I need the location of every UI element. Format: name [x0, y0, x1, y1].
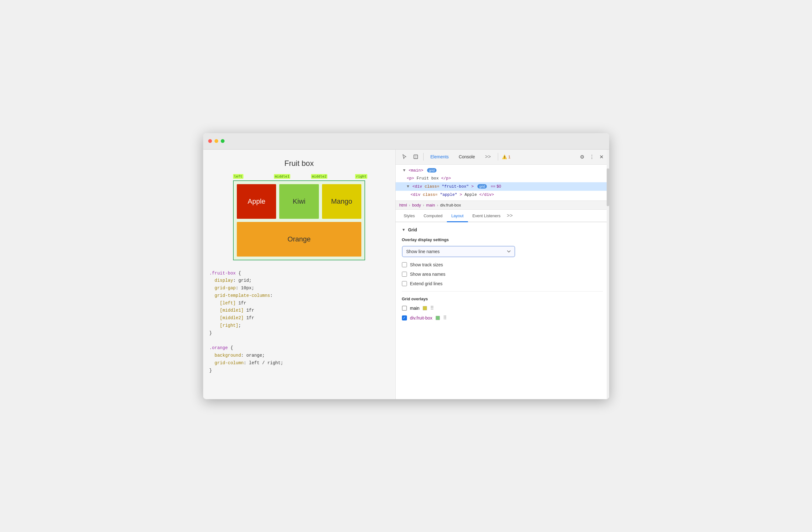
extend-grid-lines-row: Extend grid lines	[402, 281, 603, 286]
overlay-fruitbox-row: ✓ div.fruit-box ⠿	[402, 315, 603, 321]
bc-html[interactable]: html	[400, 203, 407, 208]
bc-main[interactable]: main	[426, 203, 435, 208]
bc-sep-3: ›	[437, 203, 438, 208]
toolbar-divider-2	[498, 153, 498, 160]
overlay-main-checkbox[interactable]	[402, 306, 407, 311]
page-title: Fruit box	[209, 159, 389, 168]
close-button[interactable]	[208, 139, 212, 143]
apple-cell: Apple	[237, 184, 276, 219]
kiwi-cell: Kiwi	[279, 184, 319, 219]
warning-icon: ⚠️	[502, 155, 507, 159]
line-names-dropdown[interactable]: Show line names Show line numbers Hide l…	[402, 246, 515, 257]
dom-fruitbox-line[interactable]: ▼ <div class= "fruit-box" > grid == $0	[396, 182, 609, 191]
dom-attr-class-apple: class=	[423, 192, 438, 197]
settings-icon[interactable]: ⚙	[578, 153, 586, 161]
grid-section-title: Grid	[408, 227, 417, 232]
tab-layout[interactable]: Layout	[447, 210, 468, 222]
browser-chrome	[203, 133, 609, 150]
bc-sep-1: ›	[409, 203, 410, 208]
dom-dollar-sign: == $0	[491, 184, 501, 188]
bc-fruitbox[interactable]: div.fruit-box	[440, 203, 461, 208]
panel-tabs-row: Styles Computed Layout Event Listeners >…	[396, 210, 609, 222]
breadcrumb: html › body › main › div.fruit-box	[396, 201, 609, 210]
dom-tag-p: <p>	[407, 176, 414, 181]
console-tab[interactable]: Console	[454, 152, 479, 161]
dom-tag-apple-close: >	[460, 192, 462, 197]
tab-styles[interactable]: Styles	[400, 210, 419, 222]
maximize-button[interactable]	[221, 139, 224, 143]
bc-body[interactable]: body	[412, 203, 421, 208]
dom-attr-fruitbox: "fruit-box"	[442, 184, 469, 189]
minimize-button[interactable]	[215, 139, 218, 143]
devtools-panel: Elements Console >> ⚠️ 1 ⚙ ⋮ ✕ ▼ <main> …	[396, 150, 609, 399]
line-label-right: right	[355, 174, 367, 179]
fruit-grid: Apple Kiwi Mango Orange	[233, 180, 365, 260]
inspect-box-button[interactable]	[411, 152, 421, 162]
grid-section-header[interactable]: ▼ Grid	[402, 227, 603, 232]
overlay-settings-title: Overlay display settings	[402, 237, 603, 242]
dom-tag-p-close: </p>	[441, 176, 451, 181]
warning-badge: ⚠️ 1	[502, 155, 510, 159]
overlay-main-label: main	[410, 306, 420, 311]
show-area-names-row: Show area names	[402, 272, 603, 277]
devtools-toolbar: Elements Console >> ⚠️ 1 ⚙ ⋮ ✕	[396, 150, 609, 165]
show-area-names-checkbox[interactable]	[402, 272, 407, 277]
grid-overlays-title: Grid overlays	[402, 296, 603, 301]
dom-p-line[interactable]: <p> Fruit box </p>	[396, 174, 609, 182]
cursor-icon	[402, 154, 407, 159]
dom-attr-apple: "apple"	[440, 192, 457, 197]
overlay-fruitbox-label: div.fruit-box	[410, 316, 432, 320]
grid-container-wrapper: left middle1 middle2 right Apple Kiwi Ma…	[233, 174, 365, 260]
dom-tag-div: <div	[412, 184, 424, 189]
tab-event-listeners[interactable]: Event Listeners	[468, 210, 505, 222]
line-label-middle2: middle2	[311, 174, 328, 179]
dom-text-apple: Apple	[464, 192, 477, 197]
extend-grid-lines-checkbox[interactable]	[402, 281, 407, 286]
show-track-sizes-label[interactable]: Show track sizes	[410, 262, 443, 267]
dom-tag-main: <main>	[408, 168, 423, 173]
layout-content: ▼ Grid Overlay display settings Show lin…	[396, 222, 609, 399]
elements-tab[interactable]: Elements	[426, 152, 453, 161]
box-inspect-icon	[413, 154, 418, 159]
expand-arrow[interactable]: ▼	[403, 168, 406, 173]
scroll-track[interactable]	[607, 150, 609, 399]
overlay-fruitbox-color[interactable]	[436, 316, 440, 320]
section-divider	[402, 291, 603, 292]
scroll-thumb[interactable]	[607, 168, 609, 206]
show-area-names-label[interactable]: Show area names	[410, 272, 446, 277]
overlay-main-row: main ⠿	[402, 305, 603, 311]
overlay-main-grid-icon[interactable]: ⠿	[430, 305, 434, 311]
more-panel-tabs[interactable]: >>	[505, 210, 515, 222]
cursor-icon-button[interactable]	[400, 152, 409, 162]
line-label-middle1: middle1	[274, 174, 290, 179]
dom-tag-apple-end: </div>	[479, 192, 494, 197]
dom-tag-apple: <div	[411, 192, 423, 197]
warning-count: 1	[508, 155, 510, 159]
toolbar-divider	[423, 153, 424, 160]
tab-computed[interactable]: Computed	[419, 210, 447, 222]
mango-cell: Mango	[322, 184, 361, 219]
overlay-fruitbox-grid-icon[interactable]: ⠿	[443, 315, 447, 321]
css-code-block: .fruit-box { display: grid; grid-gap: 10…	[209, 270, 389, 375]
dom-main-line[interactable]: ▼ <main> grid	[396, 167, 609, 174]
webpage-panel: Fruit box left middle1 middle2 right App…	[203, 150, 396, 399]
grid-line-labels: left middle1 middle2 right	[233, 174, 365, 180]
expand-arrow-fruitbox[interactable]: ▼	[407, 184, 409, 189]
grid-badge-main: grid	[427, 168, 436, 172]
orange-cell: Orange	[237, 222, 361, 256]
close-devtools-button[interactable]: ✕	[597, 153, 605, 161]
show-track-sizes-checkbox[interactable]	[402, 262, 407, 267]
dom-apple-line[interactable]: <div class= "apple" > Apple </div>	[396, 191, 609, 199]
show-track-sizes-row: Show track sizes	[402, 262, 603, 267]
more-menu-icon[interactable]: ⋮	[588, 153, 596, 161]
section-arrow: ▼	[402, 228, 406, 232]
dom-text-fruitbox: Fruit box	[417, 176, 439, 181]
bc-sep-2: ›	[423, 203, 424, 208]
more-tabs-button[interactable]: >>	[480, 152, 495, 162]
line-label-left: left	[233, 174, 243, 179]
overlay-fruitbox-checkbox[interactable]: ✓	[402, 316, 407, 320]
dom-attr-class: class=	[424, 184, 439, 189]
extend-grid-lines-label[interactable]: Extend grid lines	[410, 281, 443, 286]
browser-window: Fruit box left middle1 middle2 right App…	[203, 133, 609, 399]
overlay-main-color[interactable]	[423, 306, 427, 310]
